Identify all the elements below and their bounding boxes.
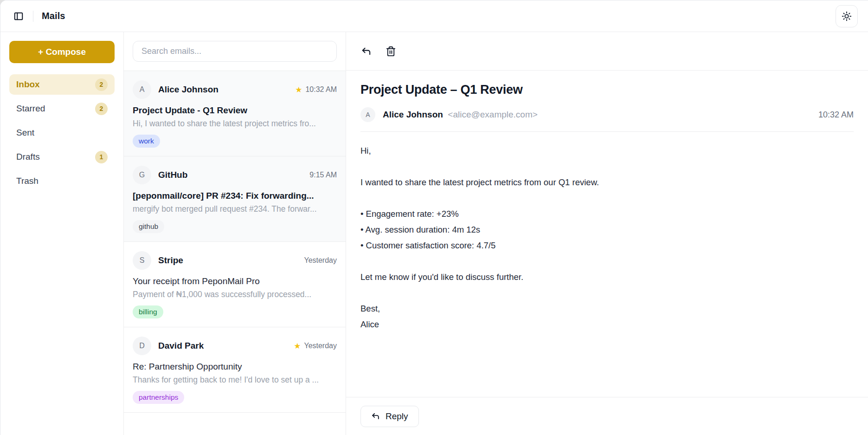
- sidebar-item-label: Inbox: [16, 79, 40, 90]
- email-body-line: [360, 253, 854, 269]
- email-body-line: Hi,: [360, 143, 854, 159]
- email-detail-panel: Project Update – Q1 Review A Alice Johns…: [346, 32, 868, 435]
- reply-arrow-icon: [361, 46, 372, 57]
- email-preview: mergify bot merged pull request #234. Th…: [133, 204, 337, 214]
- email-preview: Thanks for getting back to me! I'd love …: [133, 375, 337, 385]
- sender-avatar: D: [133, 337, 151, 355]
- email-body-line: I wanted to share the latest project met…: [360, 175, 854, 190]
- mail-app-window: Mails + Compose Inb: [0, 0, 868, 435]
- top-bar: Mails: [0, 0, 868, 32]
- star-icon: ★: [295, 86, 302, 94]
- email-time: 9:15 AM: [309, 171, 337, 179]
- email-subject: [peponmail/core] PR #234: Fix forwarding…: [133, 191, 337, 201]
- sender-row: A Alice Johnson <alice@example.com> 10:3…: [360, 107, 854, 132]
- email-body-line: Best,: [360, 301, 854, 317]
- email-body: Hi,I wanted to share the latest project …: [360, 143, 854, 332]
- email-subject: Project Update - Q1 Review: [133, 105, 337, 116]
- email-time: Yesterday: [304, 342, 337, 350]
- sidebar: + Compose Inbox 2 Starred 2 Sent Drafts …: [0, 32, 123, 435]
- sidebar-nav-item[interactable]: Trash: [9, 171, 115, 191]
- sidebar-item-label: Drafts: [16, 152, 40, 162]
- reply-button-toolbar[interactable]: [358, 43, 374, 59]
- sidebar-item-label: Starred: [16, 104, 45, 114]
- email-list-item[interactable]: G GitHub 9:15 AM [peponmail/core] PR #23…: [124, 156, 346, 242]
- sidebar-nav-item[interactable]: Starred 2: [9, 98, 115, 119]
- email-time: 10:32 AM: [305, 85, 337, 94]
- sender-name: Alice Johnson: [158, 84, 219, 95]
- search-input[interactable]: [133, 41, 337, 62]
- sun-icon: [842, 11, 852, 21]
- star-icon: ★: [294, 342, 301, 350]
- page-title: Mails: [42, 11, 65, 21]
- email-list: A Alice Johnson ★ 10:32 AM Project Updat…: [124, 71, 346, 435]
- sender-name: GitHub: [158, 170, 187, 180]
- topbar-divider: [33, 11, 33, 22]
- theme-toggle-button[interactable]: [836, 5, 858, 27]
- sender-name: Stripe: [158, 255, 183, 266]
- detail-time: 10:32 AM: [818, 110, 854, 120]
- panel-left-icon: [13, 11, 24, 21]
- sidebar-item-label: Trash: [16, 176, 39, 186]
- email-tag: partnerships: [133, 391, 184, 404]
- email-tag: work: [133, 135, 160, 148]
- detail-footer: Reply: [346, 397, 868, 435]
- email-body-line: Let me know if you'd like to discuss fur…: [360, 269, 854, 285]
- compose-button[interactable]: + Compose: [9, 41, 115, 63]
- sidebar-nav-item[interactable]: Drafts 1: [9, 147, 115, 167]
- email-list-item[interactable]: D David Park ★ Yesterday Re: Partnership…: [124, 327, 346, 413]
- email-list-item[interactable]: A Alice Johnson ★ 10:32 AM Project Updat…: [124, 71, 346, 156]
- email-subject: Re: Partnership Opportunity: [133, 362, 337, 372]
- email-tag: billing: [133, 305, 163, 318]
- detail-sender-email: <alice@example.com>: [448, 110, 538, 119]
- unread-count-badge: 2: [95, 78, 108, 91]
- email-body-line: • Customer satisfaction score: 4.7/5: [360, 238, 854, 253]
- unread-count-badge: 2: [95, 103, 108, 115]
- email-body-line: [360, 190, 854, 206]
- email-time: Yesterday: [304, 256, 337, 265]
- sidebar-toggle-button[interactable]: [11, 8, 26, 24]
- email-preview: Hi, I wanted to share the latest project…: [133, 119, 337, 129]
- sender-name: David Park: [158, 341, 204, 351]
- sender-avatar: A: [360, 107, 375, 122]
- sidebar-nav-item[interactable]: Inbox 2: [9, 74, 115, 95]
- email-body-line: Alice: [360, 317, 854, 332]
- email-body-line: [360, 159, 854, 175]
- email-preview: Payment of ₦1,000 was successfully proce…: [133, 290, 337, 299]
- email-list-panel: A Alice Johnson ★ 10:32 AM Project Updat…: [123, 32, 346, 435]
- reply-arrow-icon: [371, 412, 380, 421]
- delete-button[interactable]: [383, 43, 399, 59]
- detail-toolbar: [346, 32, 868, 71]
- sender-avatar: G: [133, 166, 151, 184]
- email-body-line: [360, 285, 854, 301]
- reply-button[interactable]: Reply: [360, 406, 419, 427]
- detail-subject: Project Update – Q1 Review: [360, 83, 854, 97]
- unread-count-badge: 1: [95, 151, 108, 163]
- sender-avatar: A: [133, 80, 151, 99]
- sidebar-nav: Inbox 2 Starred 2 Sent Drafts 1 Trash: [9, 74, 115, 191]
- sidebar-item-label: Sent: [16, 128, 34, 138]
- email-tag: github: [133, 220, 164, 233]
- detail-sender-name: Alice Johnson: [383, 110, 443, 119]
- trash-icon: [386, 46, 396, 57]
- sidebar-nav-item[interactable]: Sent: [9, 123, 115, 143]
- email-list-item[interactable]: S Stripe Yesterday Your receipt from Pep…: [124, 242, 346, 327]
- reply-button-label: Reply: [386, 411, 408, 422]
- email-body-line: • Engagement rate: +23%: [360, 206, 854, 222]
- email-subject: Your receipt from PeponMail Pro: [133, 276, 337, 286]
- sender-avatar: S: [133, 251, 151, 270]
- email-body-line: • Avg. session duration: 4m 12s: [360, 222, 854, 238]
